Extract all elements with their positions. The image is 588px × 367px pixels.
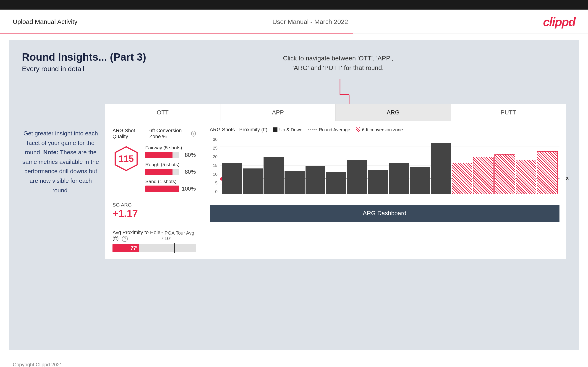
legend-roundavg-label: Round Average (319, 127, 350, 133)
nav-hint: Click to navigate between 'OTT', 'APP', … (283, 54, 393, 73)
proximity-bar-fill: 77' (112, 244, 139, 252)
upload-label: Upload Manual Activity (13, 18, 77, 25)
bar-track-sand: 100% (145, 185, 196, 192)
card-body: ARG Shot Quality 6ft Conversion Zone % ?… (105, 121, 566, 259)
chart-inner: 8 (220, 137, 560, 194)
chart-bar-15 (537, 151, 558, 194)
top-bar (0, 0, 588, 9)
bar-fill-fairway (145, 152, 173, 158)
y-label-25: 25 (213, 146, 217, 151)
arg-dashboard-button[interactable]: ARG Dashboard (210, 205, 560, 222)
navigation-arrow-icon (338, 76, 356, 108)
tabs-row: OTT APP ARG PUTT (105, 104, 566, 121)
chart-bar-13 (494, 154, 515, 194)
tab-arg[interactable]: ARG (336, 104, 451, 121)
pga-avg: ↑ PGA Tour Avg: 7'10" (161, 230, 196, 241)
right-panel: ARG Shots - Proximity (ft) Up & Down Rou… (203, 121, 566, 259)
legend-updown-label: Up & Down (279, 127, 302, 133)
header-center: User Manual - March 2022 (272, 18, 348, 25)
shot-quality-header: ARG Shot Quality 6ft Conversion Zone % ? (112, 128, 196, 140)
chart-bar-11 (452, 163, 472, 194)
bar-bg-fairway (145, 152, 179, 158)
chart-bar-8 (389, 163, 409, 194)
y-label-15: 15 (213, 163, 217, 168)
zone-label: 6ft Conversion Zone % (149, 128, 188, 140)
chart-header: ARG Shots - Proximity (ft) Up & Down Rou… (210, 127, 560, 133)
chart-area: 30 25 20 15 10 5 0 (210, 137, 560, 201)
bar-pct-fairway: 80% (182, 152, 196, 158)
chart-bar-2 (264, 157, 284, 194)
center-label: User Manual - March 2022 (272, 18, 348, 25)
bar-label-sand: Sand (1 shots) (145, 179, 196, 184)
chart-bar-6 (347, 160, 367, 194)
chart-bar-4 (305, 166, 326, 194)
chart-bar-14 (516, 160, 536, 194)
bar-pct-sand: 100% (182, 185, 196, 192)
bar-bg-sand (145, 185, 179, 192)
proximity-section: Avg Proximity to Hole (ft) ? ↑ PGA Tour … (112, 225, 196, 252)
y-label-10: 10 (213, 172, 217, 177)
bar-track-rough: 80% (145, 169, 196, 175)
tab-ott[interactable]: OTT (105, 104, 220, 121)
chart-bar-12 (473, 157, 494, 194)
proximity-label-text: Avg Proximity to Hole (ft) (112, 230, 160, 241)
proximity-help-icon[interactable]: ? (122, 236, 128, 242)
bar-label-rough: Rough (5 shots) (145, 162, 196, 167)
bar-row-fairway: Fairway (5 shots) 80% (145, 145, 196, 158)
chart-bars (220, 137, 560, 194)
proximity-cursor (174, 243, 175, 253)
chart-bar-5 (326, 172, 346, 194)
left-description: Get greater insight into each facet of y… (22, 129, 99, 195)
legend-roundavg-icon (308, 129, 317, 130)
bar-label-fairway: Fairway (5 shots) (145, 145, 196, 150)
bar-row-rough: Rough (5 shots) 80% (145, 162, 196, 175)
legend-conversion: 6 ft conversion zone (356, 127, 403, 133)
y-label-0: 0 (215, 189, 217, 194)
chart-title: ARG Shots - Proximity (ft) (210, 127, 268, 133)
header: Upload Manual Activity User Manual - Mar… (0, 9, 588, 33)
footer: Copyright Clippd 2021 (0, 356, 588, 367)
sg-value: +1.17 (112, 208, 196, 219)
legend-updown: Up & Down (273, 127, 302, 133)
clippd-logo: clippd (543, 15, 575, 29)
hex-number: 115 (119, 154, 134, 164)
y-label-30: 30 (213, 137, 217, 142)
bar-bg-rough (145, 169, 179, 175)
sg-label: SG ARG (112, 202, 196, 208)
proximity-header: Avg Proximity to Hole (ft) ? ↑ PGA Tour … (112, 230, 196, 242)
bar-row-sand: Sand (1 shots) 100% (145, 179, 196, 192)
y-label-5: 5 (215, 181, 217, 185)
bar-fill-sand (145, 185, 179, 192)
y-label-20: 20 (213, 155, 217, 159)
bar-fill-rough (145, 169, 173, 175)
chart-bar-9 (410, 167, 430, 194)
chart-bar-10 (431, 143, 451, 194)
main-card: OTT APP ARG PUTT ARG Shot Quality 6ft Co… (105, 104, 566, 259)
copyright: Copyright Clippd 2021 (13, 362, 62, 367)
chart-bar-1 (243, 168, 263, 194)
chart-bar-7 (368, 170, 388, 194)
tab-app[interactable]: APP (220, 104, 336, 121)
header-divider (0, 33, 588, 33)
bar-pct-rough: 80% (182, 169, 196, 175)
sg-arg-section: SG ARG +1.17 (112, 202, 196, 219)
help-icon[interactable]: ? (191, 131, 196, 137)
y-axis: 30 25 20 15 10 5 0 (210, 137, 219, 194)
legend-roundavg: Round Average (308, 127, 350, 133)
left-panel: ARG Shot Quality 6ft Conversion Zone % ?… (105, 121, 203, 259)
main-content: Round Insights... (Part 3) Every round i… (9, 40, 579, 350)
proximity-value: 77' (130, 245, 137, 251)
hex-badge-container: 115 Fairway (5 shots) 80% (112, 145, 196, 196)
proximity-bar-track: 77' (112, 244, 196, 252)
nav-hint-line1: Click to navigate between 'OTT', 'APP', (283, 54, 393, 63)
hex-badge: 115 (112, 145, 140, 172)
chart-bar-0 (222, 163, 242, 194)
shot-quality-label: ARG Shot Quality (112, 128, 142, 140)
bar-track-fairway: 80% (145, 152, 196, 158)
legend-conversion-label: 6 ft conversion zone (362, 127, 403, 133)
proximity-label: Avg Proximity to Hole (ft) ? (112, 230, 161, 242)
header-left: Upload Manual Activity (13, 18, 77, 25)
nav-hint-line2: 'ARG' and 'PUTT' for that round. (283, 63, 393, 73)
tab-putt[interactable]: PUTT (451, 104, 566, 121)
legend-updown-icon (273, 127, 277, 132)
